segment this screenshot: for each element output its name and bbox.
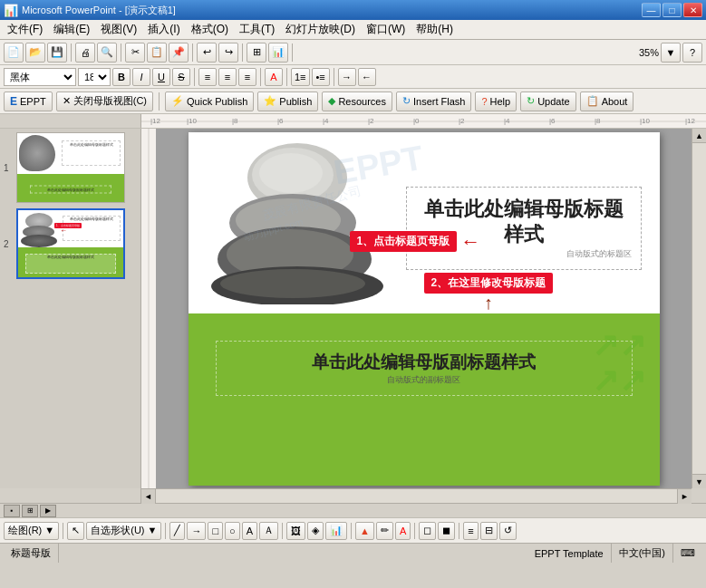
paste-button[interactable]: 📌	[169, 43, 189, 63]
insert-flash-button[interactable]: ↻ Insert Flash	[396, 92, 471, 111]
align-draw-button[interactable]: ≡	[463, 522, 478, 540]
title-bar: 📊 Microsoft PowerPoint - [演示文稿1] — □ ✕	[0, 0, 706, 20]
print-button[interactable]: 🖨	[75, 43, 95, 63]
scroll-left-button[interactable]: ◄	[141, 489, 156, 504]
font-color-draw-button[interactable]: A	[395, 522, 411, 540]
strikethrough-button[interactable]: S	[172, 68, 190, 86]
preview-button[interactable]: 🔍	[97, 43, 117, 63]
menu-edit[interactable]: 编辑(E)	[48, 20, 95, 39]
insert-table-button[interactable]: ⊞	[247, 43, 266, 63]
menu-view[interactable]: 视图(V)	[95, 20, 142, 39]
main-area: 1 单击此处编辑母版标题样式 单击此处编辑母版副标题样式 2	[0, 129, 706, 488]
distribute-button[interactable]: ⊟	[480, 522, 498, 540]
draw-menu-button[interactable]: 绘图(R) ▼	[4, 522, 59, 540]
slide-thumb-2[interactable]: 单击此处编辑母版标题样式 ← 1、点击标题页母版 单击此处编辑母版副标题样式	[16, 208, 125, 279]
subtitle-textbox[interactable]: 单击此处编辑母版副标题样式 自动版式的副标题区	[216, 341, 633, 396]
minimize-button[interactable]: —	[642, 3, 661, 17]
slide-thumb-1[interactable]: 单击此处编辑母版标题样式 单击此处编辑母版副标题样式	[16, 132, 125, 203]
align-right-button[interactable]: ≡	[238, 68, 256, 86]
menu-window[interactable]: 窗口(W)	[361, 20, 411, 39]
bullets-button[interactable]: •≡	[312, 68, 330, 86]
resources-button[interactable]: ◆ Resources	[322, 92, 392, 111]
rotate-button[interactable]: ↺	[499, 522, 517, 540]
font-size-selector[interactable]: 18	[78, 68, 111, 86]
line-color-button[interactable]: ✏	[376, 522, 393, 540]
view-buttons-row: ▪ ⊞ ▶	[0, 503, 706, 517]
menu-insert[interactable]: 插入(I)	[142, 20, 185, 39]
arrow-button[interactable]: →	[187, 522, 206, 540]
autoform-button[interactable]: 自选形状(U) ▼	[86, 522, 161, 540]
numbering-button[interactable]: 1≡	[291, 68, 310, 86]
canvas-area[interactable]: EPPT 茂辰有限责任公司 动力pppt.com 1、点击标题页母版 ← 单击此…	[156, 129, 691, 488]
oval-button[interactable]: ○	[225, 522, 240, 540]
menu-file[interactable]: 文件(F)	[2, 20, 48, 39]
slide-sorter-button[interactable]: ⊞	[22, 505, 38, 517]
about-button[interactable]: 📋 About	[580, 92, 634, 111]
annotation-1: 1、点击标题页母版 ←	[350, 230, 481, 254]
help-plugin-button[interactable]: ? Help	[475, 92, 517, 111]
cut-button[interactable]: ✂	[125, 43, 145, 63]
vertical-scrollbar[interactable]: ▲ ▼	[691, 129, 706, 488]
normal-view-button[interactable]: ▪	[4, 505, 20, 517]
slide-num-1: 1	[4, 163, 9, 173]
zoom-dropdown[interactable]: ▼	[661, 43, 681, 63]
close-button[interactable]: ✕	[683, 3, 702, 17]
font-color-button[interactable]: A	[265, 68, 283, 86]
shadow-button[interactable]: ◻	[419, 522, 436, 540]
decrease-indent-button[interactable]: ←	[358, 68, 376, 86]
copy-button[interactable]: 📋	[147, 43, 167, 63]
scroll-right-button[interactable]: ►	[677, 489, 691, 504]
publish-button[interactable]: ⭐ Publish	[257, 92, 318, 111]
wordart-button[interactable]: Ａ	[259, 522, 278, 540]
slideshow-button[interactable]: ▶	[40, 505, 56, 517]
redo-button[interactable]: ↪	[218, 43, 238, 63]
3d-button[interactable]: ◼	[438, 522, 455, 540]
help-button[interactable]: ?	[682, 43, 702, 63]
textbox-button[interactable]: A	[242, 522, 257, 540]
menu-tools[interactable]: 工具(T)	[234, 20, 280, 39]
font-selector[interactable]: 黑体	[4, 68, 76, 86]
separator-1	[71, 43, 72, 62]
menu-help[interactable]: 帮助(H)	[411, 20, 459, 39]
update-button[interactable]: ↻ Update	[520, 92, 575, 111]
clipart-button[interactable]: 🖼	[286, 522, 305, 540]
select-button[interactable]: ↖	[67, 522, 84, 540]
rect-button[interactable]: □	[208, 522, 223, 540]
open-button[interactable]: 📂	[25, 43, 45, 63]
plugin-toolbar: E EPPT ✕ 关闭母版视图(C) ⚡ Quick Publish ⭐ Pub…	[0, 89, 706, 114]
undo-button[interactable]: ↩	[197, 43, 217, 63]
ruler-label-4: |4	[504, 117, 510, 125]
insert-chart-button[interactable]: 📊	[268, 43, 288, 63]
subtitle-text: 单击此处编辑母版副标题样式	[226, 351, 623, 374]
align-left-button[interactable]: ≡	[198, 68, 217, 86]
underline-button[interactable]: U	[152, 68, 170, 86]
eppt-button[interactable]: E EPPT	[4, 92, 53, 111]
close-master-button[interactable]: ✕ 关闭母版视图(C)	[56, 92, 153, 111]
title-textbox[interactable]: 单击此处编辑母版标题样式 自动版式的标题区	[406, 187, 642, 270]
increase-indent-button[interactable]: →	[338, 68, 356, 86]
horizontal-scrollbar[interactable]: ◄ ►	[141, 488, 691, 503]
quick-publish-button[interactable]: ⚡ Quick Publish	[165, 92, 254, 111]
view-status: 标题母版	[4, 544, 59, 563]
resources-label: Resources	[338, 96, 386, 107]
scroll-down-button[interactable]: ▼	[692, 474, 706, 488]
annotation-2: 2、在这里修改母版标题 ↑	[424, 273, 554, 312]
diagram-button[interactable]: ◈	[307, 522, 324, 540]
line-button[interactable]: ╱	[169, 522, 185, 540]
ruler-label-10: |10	[640, 117, 650, 125]
fill-color-button[interactable]: ▲	[355, 522, 374, 540]
fmt-sep-4	[334, 68, 334, 86]
new-button[interactable]: 📄	[4, 43, 24, 63]
slide-item-1[interactable]: 1 单击此处编辑母版标题样式 单击此处编辑母版副标题样式	[16, 132, 137, 203]
menu-format[interactable]: 格式(O)	[186, 20, 234, 39]
maximize-button[interactable]: □	[662, 3, 682, 17]
align-center-button[interactable]: ≡	[218, 68, 237, 86]
update-icon: ↻	[527, 95, 535, 107]
chart-insert-button[interactable]: 📊	[325, 522, 347, 540]
italic-button[interactable]: I	[132, 68, 150, 86]
bold-button[interactable]: B	[112, 68, 131, 86]
slide-item-2[interactable]: 2 单击此处编辑母版标题样式 ← 1、点击标题页母版 单击此处编辑母版副标题样式	[16, 208, 137, 279]
scroll-up-button[interactable]: ▲	[692, 129, 706, 143]
menu-slideshow[interactable]: 幻灯片放映(D)	[280, 20, 361, 39]
save-button[interactable]: 💾	[47, 43, 67, 63]
